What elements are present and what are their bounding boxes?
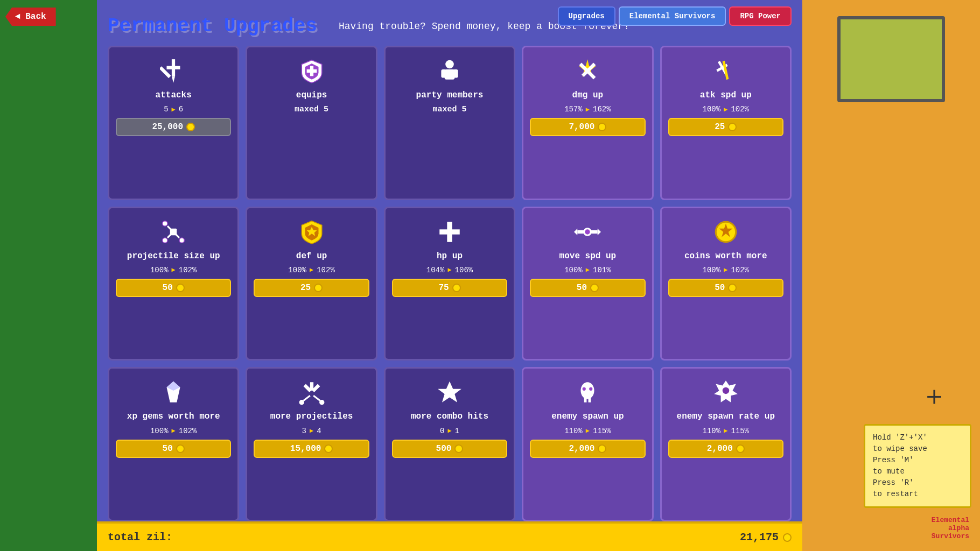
card-progress: 0 ▶ 1 [440, 427, 459, 435]
card-icon-area [668, 55, 783, 87]
cost-button[interactable]: 75 [392, 279, 507, 297]
card-icon-area [530, 216, 645, 248]
card-title: dmg up [572, 90, 604, 101]
card-title: attacks [156, 90, 192, 101]
back-button[interactable]: ◄ Back [5, 8, 56, 26]
card-dmg_up[interactable]: dmg up 157% ▶ 162% 7,000 [522, 46, 653, 200]
arrow-icon: ▶ [172, 266, 176, 274]
card-title: atk spd up [700, 90, 752, 101]
cost-button[interactable]: 2,000 [530, 440, 645, 458]
card-enemy_spawn_up[interactable]: enemy spawn up 110% ▶ 115% 2,000 [522, 367, 653, 521]
upgrades-nav-btn[interactable]: Upgrades [558, 6, 615, 26]
svg-marker-2 [172, 76, 175, 83]
card-more_projectiles[interactable]: more projectiles 3 ▶ 4 15,000 [246, 367, 377, 521]
arrow-icon: ▶ [724, 105, 727, 114]
card-icon-area [116, 55, 231, 87]
coin-icon [186, 123, 195, 131]
arrow-icon: ▶ [586, 427, 590, 435]
right-sidebar: ＋ Hold 'Z'+'X'to wipe savePress 'M'to mu… [802, 0, 980, 551]
card-equips[interactable]: equips maxed 5 [246, 46, 377, 200]
svg-rect-43 [584, 398, 587, 402]
svg-rect-9 [453, 69, 458, 78]
coin-icon [590, 284, 599, 292]
card-title: enemy spawn rate up [677, 412, 775, 422]
card-projectile_size[interactable]: projectile size up 100% ▶ 102% 50 [108, 207, 239, 361]
svg-point-48 [723, 387, 730, 394]
card-progress: 3 ▶ 4 [302, 427, 321, 435]
cost-button[interactable]: 25,000 [116, 118, 231, 136]
card-title: def up [296, 251, 327, 262]
card-title: coins worth more [684, 251, 767, 262]
card-title: hp up [437, 251, 463, 262]
arrow-icon: ▶ [586, 105, 590, 114]
cost-button[interactable]: 15,000 [254, 440, 369, 458]
card-enemy_spawn_rate_up[interactable]: enemy spawn rate up 110% ▶ 115% 2,000 [660, 367, 792, 521]
card-party_members[interactable]: party members maxed 5 [384, 46, 515, 200]
card-coins_worth_more[interactable]: coins worth more 100% ▶ 102% 50 [660, 207, 792, 361]
cost-button[interactable]: 50 [668, 279, 783, 297]
card-atk_spd_up[interactable]: atk spd up 100% ▶ 102% 25 [660, 46, 792, 200]
svg-rect-16 [170, 228, 177, 235]
main-content: Upgrades Elemental Survivors RPG Power P… [97, 0, 802, 551]
arrow-icon: ▶ [447, 266, 451, 274]
total-label: total zil: [108, 531, 172, 543]
cost-button[interactable]: 50 [116, 440, 231, 458]
card-icon-area [254, 376, 369, 408]
cost-button[interactable]: 500 [392, 440, 507, 458]
card-xp_gems[interactable]: xp gems worth more 100% ▶ 102% 50 [108, 367, 239, 521]
card-maxed-label: maxed 5 [432, 105, 466, 114]
card-icon-area [392, 376, 507, 408]
arrow-icon: ▶ [172, 427, 176, 435]
cost-button[interactable]: 25 [668, 118, 783, 136]
svg-rect-25 [439, 229, 460, 234]
card-hp_up[interactable]: hp up 104% ▶ 106% 75 [384, 207, 515, 361]
cost-button[interactable]: 7,000 [530, 118, 645, 136]
card-more_combo_hits[interactable]: more combo hits 0 ▶ 1 500 [384, 367, 515, 521]
card-title: party members [416, 90, 484, 101]
card-maxed-label: maxed 5 [295, 105, 328, 114]
elemental-survivors-nav-btn[interactable]: Elemental Survivors [619, 6, 726, 26]
card-progress: 104% ▶ 106% [426, 266, 473, 274]
arrow-icon: ▶ [586, 266, 590, 274]
svg-point-19 [163, 238, 167, 243]
card-icon-area [116, 376, 231, 408]
svg-point-46 [590, 387, 593, 391]
card-icon-area [392, 55, 507, 87]
card-progress: 100% ▶ 101% [564, 266, 611, 274]
total-value: 21,175 [740, 531, 792, 543]
svg-rect-44 [589, 398, 591, 402]
svg-point-18 [179, 238, 184, 243]
arrow-icon: ▶ [724, 427, 727, 435]
cost-button[interactable]: 2,000 [668, 440, 783, 458]
coin-icon [324, 444, 333, 453]
dpad-icon: ＋ [921, 384, 948, 411]
cost-button[interactable]: 50 [116, 279, 231, 297]
svg-point-17 [163, 221, 167, 225]
svg-point-29 [584, 228, 591, 235]
card-icon-area [530, 55, 645, 87]
cost-button[interactable]: 50 [530, 279, 645, 297]
card-progress: 100% ▶ 102% [288, 266, 334, 274]
svg-point-42 [581, 383, 594, 399]
card-move_spd_up[interactable]: move spd up 100% ▶ 101% 50 [522, 207, 653, 361]
page-title: Permanent Upgrades [108, 15, 317, 37]
card-attacks[interactable]: attacks 5 ▶ 6 25,000 [108, 46, 239, 200]
card-progress: 100% ▶ 102% [703, 266, 749, 274]
svg-line-22 [167, 234, 171, 237]
card-progress: 157% ▶ 162% [564, 105, 611, 114]
arrow-icon: ▶ [724, 266, 727, 274]
svg-point-6 [445, 60, 454, 69]
svg-rect-1 [167, 66, 180, 69]
coin-icon [176, 284, 185, 292]
card-icon-area [668, 216, 783, 248]
rpg-power-nav-btn[interactable]: RPG Power [729, 6, 792, 26]
card-progress: 5 ▶ 6 [164, 105, 183, 114]
card-def_up[interactable]: def up 100% ▶ 102% 25 [246, 207, 377, 361]
upgrades-grid: attacks 5 ▶ 6 25,000 equips maxed 5 part… [108, 46, 792, 521]
svg-line-40 [313, 396, 320, 401]
card-title: xp gems worth more [127, 412, 220, 422]
cost-button[interactable]: 25 [254, 279, 369, 297]
coin-icon [454, 444, 463, 453]
svg-line-20 [167, 226, 171, 229]
card-progress: 110% ▶ 115% [564, 427, 611, 435]
